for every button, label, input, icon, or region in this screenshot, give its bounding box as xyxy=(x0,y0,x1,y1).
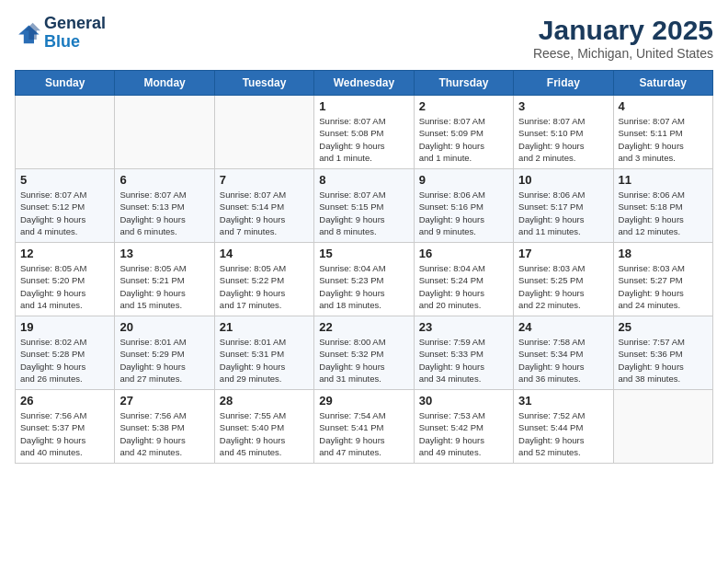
calendar-cell: 22Sunrise: 8:00 AMSunset: 5:32 PMDayligh… xyxy=(314,316,414,390)
cell-content-line: Daylight: 9 hours xyxy=(319,287,408,299)
cell-content-line: and 24 minutes. xyxy=(619,299,708,311)
day-number: 12 xyxy=(20,247,109,260)
cell-content-line: Sunset: 5:28 PM xyxy=(20,348,109,360)
cell-content-line: Sunset: 5:20 PM xyxy=(20,274,109,286)
cell-content-line: Daylight: 9 hours xyxy=(319,140,408,152)
day-of-week-header: Sunday xyxy=(16,71,115,96)
cell-content-line: Sunset: 5:09 PM xyxy=(419,127,508,139)
calendar-cell: 15Sunrise: 8:04 AMSunset: 5:23 PMDayligh… xyxy=(314,243,414,316)
calendar-cell: 1Sunrise: 8:07 AMSunset: 5:08 PMDaylight… xyxy=(314,96,414,169)
day-number: 16 xyxy=(419,247,508,260)
cell-content-line: Sunrise: 7:58 AM xyxy=(518,336,608,348)
cell-content-line: and 52 minutes. xyxy=(518,446,608,458)
day-number: 13 xyxy=(119,247,209,260)
calendar-cell: 5Sunrise: 8:07 AMSunset: 5:12 PMDaylight… xyxy=(16,169,115,243)
cell-content-line: Sunset: 5:36 PM xyxy=(619,348,708,360)
day-number: 10 xyxy=(518,173,608,187)
calendar-cell: 7Sunrise: 8:07 AMSunset: 5:14 PMDaylight… xyxy=(214,169,313,243)
header: General Blue January 2025 Reese, Michiga… xyxy=(15,15,713,61)
cell-content-line: Sunrise: 8:05 AM xyxy=(220,262,309,274)
calendar-cell: 11Sunrise: 8:06 AMSunset: 5:18 PMDayligh… xyxy=(613,169,712,243)
cell-content-line: and 7 minutes. xyxy=(220,225,309,237)
cell-content-line: Sunset: 5:37 PM xyxy=(20,421,109,433)
calendar-cell: 8Sunrise: 8:07 AMSunset: 5:15 PMDaylight… xyxy=(314,169,414,243)
cell-content-line: Sunset: 5:17 PM xyxy=(518,201,608,213)
cell-content-line: and 34 minutes. xyxy=(419,373,508,385)
cell-content-line: Daylight: 9 hours xyxy=(619,287,708,299)
day-number: 29 xyxy=(319,394,408,408)
calendar-cell: 24Sunrise: 7:58 AMSunset: 5:34 PMDayligh… xyxy=(514,316,613,390)
cell-content-line: Sunrise: 8:05 AM xyxy=(119,262,209,274)
cell-content-line: and 42 minutes. xyxy=(119,446,209,458)
calendar-cell: 17Sunrise: 8:03 AMSunset: 5:25 PMDayligh… xyxy=(514,243,613,316)
calendar-cell xyxy=(214,96,313,169)
calendar-cell: 10Sunrise: 8:06 AMSunset: 5:17 PMDayligh… xyxy=(514,169,613,243)
cell-content-line: Sunrise: 8:04 AM xyxy=(319,262,408,274)
cell-content-line: Sunrise: 7:56 AM xyxy=(119,409,209,421)
cell-content-line: and 4 minutes. xyxy=(20,225,109,237)
cell-content-line: Sunrise: 7:56 AM xyxy=(20,409,109,421)
cell-content-line: Daylight: 9 hours xyxy=(619,140,708,152)
day-of-week-header: Saturday xyxy=(613,71,712,96)
cell-content-line: Sunrise: 7:53 AM xyxy=(419,409,508,421)
cell-content-line: Sunset: 5:34 PM xyxy=(518,348,608,360)
cell-content-line: Sunrise: 8:04 AM xyxy=(419,262,508,274)
cell-content-line: Sunrise: 8:06 AM xyxy=(619,189,708,201)
cell-content-line: Sunset: 5:08 PM xyxy=(319,127,408,139)
calendar-cell: 27Sunrise: 7:56 AMSunset: 5:38 PMDayligh… xyxy=(115,390,214,464)
cell-content-line: Daylight: 9 hours xyxy=(319,213,408,225)
calendar-cell: 19Sunrise: 8:02 AMSunset: 5:28 PMDayligh… xyxy=(16,316,115,390)
cell-content-line: Daylight: 9 hours xyxy=(220,213,309,225)
cell-content-line: Sunset: 5:42 PM xyxy=(419,421,508,433)
cell-content-line: Sunrise: 7:52 AM xyxy=(518,409,608,421)
day-number: 28 xyxy=(220,394,309,408)
title-area: January 2025 Reese, Michigan, United Sta… xyxy=(533,15,713,61)
day-of-week-header: Tuesday xyxy=(214,71,313,96)
cell-content-line: and 1 minute. xyxy=(419,152,508,164)
cell-content-line: and 26 minutes. xyxy=(20,373,109,385)
calendar-week-row: 26Sunrise: 7:56 AMSunset: 5:37 PMDayligh… xyxy=(16,390,713,464)
calendar-week-row: 19Sunrise: 8:02 AMSunset: 5:28 PMDayligh… xyxy=(16,316,713,390)
calendar-header: SundayMondayTuesdayWednesdayThursdayFrid… xyxy=(16,71,713,96)
calendar-cell: 4Sunrise: 8:07 AMSunset: 5:11 PMDaylight… xyxy=(613,96,712,169)
calendar-cell: 30Sunrise: 7:53 AMSunset: 5:42 PMDayligh… xyxy=(414,390,513,464)
day-number: 5 xyxy=(20,173,109,187)
cell-content-line: Sunset: 5:13 PM xyxy=(119,201,209,213)
calendar-cell: 13Sunrise: 8:05 AMSunset: 5:21 PMDayligh… xyxy=(115,243,214,316)
cell-content-line: Daylight: 9 hours xyxy=(319,361,408,373)
cell-content-line: Sunset: 5:33 PM xyxy=(419,348,508,360)
cell-content-line: Sunset: 5:10 PM xyxy=(518,127,608,139)
cell-content-line: Daylight: 9 hours xyxy=(119,434,209,446)
cell-content-line: and 38 minutes. xyxy=(619,373,708,385)
cell-content-line: Daylight: 9 hours xyxy=(619,361,708,373)
cell-content-line: and 11 minutes. xyxy=(518,225,608,237)
calendar-cell xyxy=(115,96,214,169)
cell-content-line: Sunset: 5:21 PM xyxy=(119,274,209,286)
cell-content-line: Sunrise: 8:07 AM xyxy=(518,115,608,127)
cell-content-line: Sunrise: 7:54 AM xyxy=(319,409,408,421)
cell-content-line: and 15 minutes. xyxy=(119,299,209,311)
calendar-cell: 25Sunrise: 7:57 AMSunset: 5:36 PMDayligh… xyxy=(613,316,712,390)
cell-content-line: Sunset: 5:25 PM xyxy=(518,274,608,286)
cell-content-line: Sunrise: 8:03 AM xyxy=(619,262,708,274)
cell-content-line: Sunrise: 7:59 AM xyxy=(419,336,508,348)
cell-content-line: Daylight: 9 hours xyxy=(518,213,608,225)
cell-content-line: Sunset: 5:14 PM xyxy=(220,201,309,213)
cell-content-line: Daylight: 9 hours xyxy=(119,213,209,225)
calendar-cell: 21Sunrise: 8:01 AMSunset: 5:31 PMDayligh… xyxy=(214,316,313,390)
cell-content-line: Sunset: 5:16 PM xyxy=(419,201,508,213)
cell-content-line: Sunset: 5:38 PM xyxy=(119,421,209,433)
day-number: 3 xyxy=(518,99,608,113)
cell-content-line: and 45 minutes. xyxy=(220,446,309,458)
cell-content-line: Daylight: 9 hours xyxy=(20,434,109,446)
cell-content-line: Sunrise: 7:57 AM xyxy=(619,336,708,348)
cell-content-line: and 18 minutes. xyxy=(319,299,408,311)
day-number: 25 xyxy=(619,320,708,334)
cell-content-line: Sunrise: 8:03 AM xyxy=(518,262,608,274)
cell-content-line: Daylight: 9 hours xyxy=(119,287,209,299)
cell-content-line: Daylight: 9 hours xyxy=(518,140,608,152)
day-number: 22 xyxy=(319,320,408,334)
calendar-week-row: 1Sunrise: 8:07 AMSunset: 5:08 PMDaylight… xyxy=(16,96,713,169)
cell-content-line: Sunset: 5:23 PM xyxy=(319,274,408,286)
cell-content-line: Sunrise: 8:07 AM xyxy=(319,115,408,127)
